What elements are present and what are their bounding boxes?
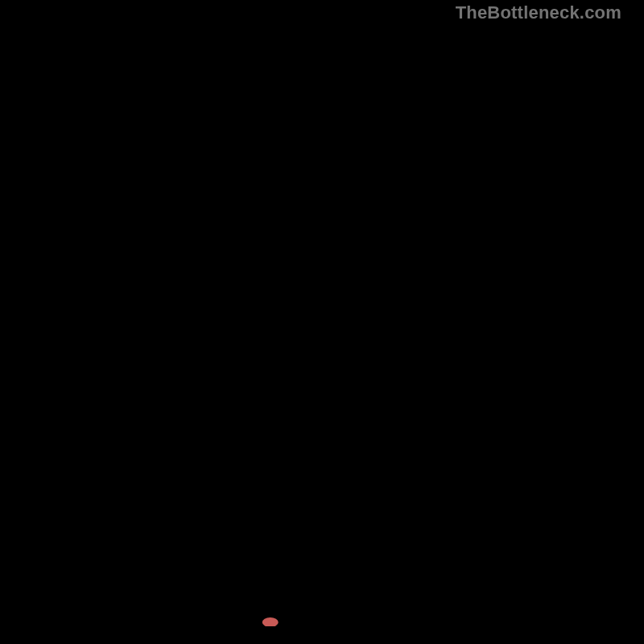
bottleneck-chart	[18, 18, 626, 626]
watermark-label: TheBottleneck.com	[456, 2, 621, 23]
chart-background	[18, 18, 626, 626]
chart-frame	[18, 18, 626, 626]
